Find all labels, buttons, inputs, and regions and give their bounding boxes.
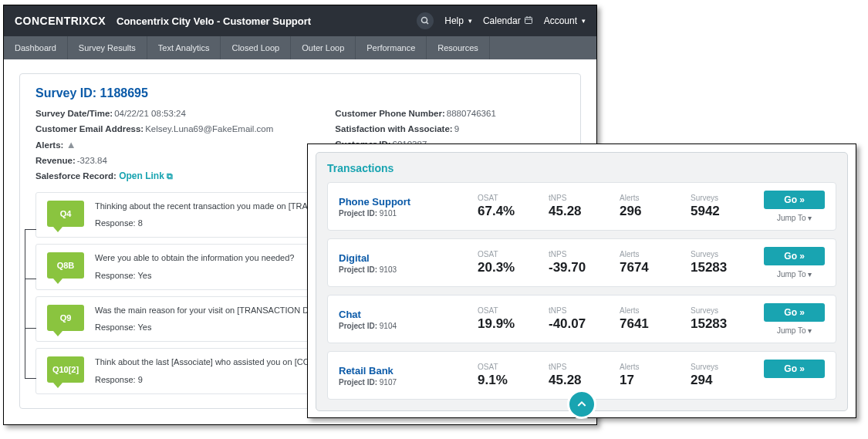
nav-text-analytics[interactable]: Text Analytics <box>147 36 221 59</box>
go-button[interactable]: Go » <box>764 360 825 378</box>
account-menu[interactable]: Account▾ <box>544 15 586 26</box>
transaction-row: Digital Project ID: 9103 OSAT20.3% tNPS-… <box>327 238 836 287</box>
calendar-icon <box>524 15 533 27</box>
question-response: Response: Yes <box>95 271 294 280</box>
jump-to-menu[interactable]: Jump To ▾ <box>777 214 812 222</box>
question-badge: Q10[2] <box>47 356 84 383</box>
jump-to-menu[interactable]: Jump To ▾ <box>777 270 812 279</box>
app-title: Concentrix City Velo - Customer Support <box>117 15 311 27</box>
app-header: CONCENTRIXCX Concentrix City Velo - Cust… <box>4 5 596 36</box>
brand-logo: CONCENTRIXCX <box>15 15 106 27</box>
go-button[interactable]: Go » <box>764 247 825 265</box>
transactions-title: Transactions <box>327 162 836 174</box>
nav-outer-loop[interactable]: Outer Loop <box>291 36 356 59</box>
question-badge: Q9 <box>47 305 84 331</box>
svg-rect-2 <box>525 17 532 23</box>
nav-closed-loop[interactable]: Closed Loop <box>221 36 291 59</box>
transaction-row: Phone Support Project ID: 9101 OSAT67.4%… <box>327 182 836 231</box>
nav-resources[interactable]: Resources <box>427 36 490 59</box>
warning-icon: ▲ <box>66 139 76 150</box>
transaction-name[interactable]: Phone Support <box>339 196 470 208</box>
calendar-menu[interactable]: Calendar <box>483 15 533 27</box>
external-link-icon: ⧉ <box>167 171 173 181</box>
go-button[interactable]: Go » <box>764 191 825 209</box>
help-menu[interactable]: Help▾ <box>444 15 472 26</box>
search-icon[interactable] <box>417 12 434 29</box>
jump-to-menu[interactable]: Jump To ▾ <box>777 326 812 335</box>
transaction-row: Chat Project ID: 9104 OSAT19.9% tNPS-40.… <box>327 295 836 343</box>
nav-survey-results[interactable]: Survey Results <box>68 36 147 59</box>
svg-line-1 <box>427 22 429 25</box>
transaction-name[interactable]: Chat <box>339 309 470 320</box>
question-text: Were you able to obtain the information … <box>95 252 294 264</box>
svg-point-0 <box>422 18 427 23</box>
scroll-to-top-button[interactable] <box>567 390 596 419</box>
question-connector <box>25 229 39 379</box>
question-badge: Q4 <box>47 201 84 227</box>
salesforce-link[interactable]: Open Link⧉ <box>119 171 173 181</box>
survey-id: Survey ID: 1188695 <box>35 86 565 100</box>
transaction-name[interactable]: Retail Bank <box>339 365 470 377</box>
nav-performance[interactable]: Performance <box>356 36 427 59</box>
question-badge: Q8B <box>47 252 84 279</box>
nav-dashboard[interactable]: Dashboard <box>4 36 68 59</box>
transactions-panel: Transactions Phone Support Project ID: 9… <box>307 144 856 418</box>
chevron-up-icon <box>576 398 588 410</box>
go-button[interactable]: Go » <box>764 303 825 322</box>
primary-nav: Dashboard Survey Results Text Analytics … <box>4 36 596 59</box>
transaction-name[interactable]: Digital <box>339 252 470 264</box>
